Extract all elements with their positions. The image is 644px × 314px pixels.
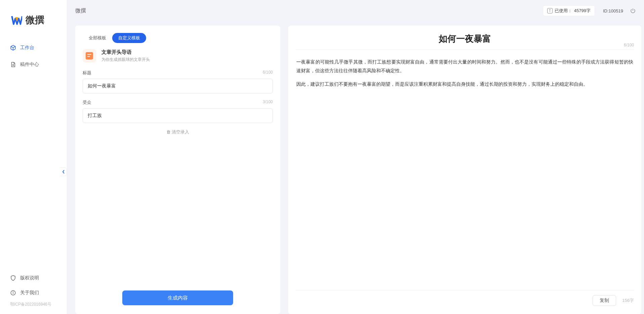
tab-row: 全部模板 自定义模板 (83, 33, 273, 43)
audience-input[interactable] (83, 108, 273, 123)
template-title: 文章开头导语 (101, 49, 150, 55)
template-header: 文章开头导语 为你生成抓眼球的文章开头 (83, 49, 273, 63)
copy-button[interactable]: 复制 (593, 295, 616, 306)
audience-char-count: 3/100 (263, 100, 273, 106)
power-icon[interactable] (630, 8, 636, 14)
field-title: 标题 6/100 (83, 70, 273, 93)
form-panel: 全部模板 自定义模板 文章开头导语 为你生成抓眼球的文章开头 标题 6/100 … (75, 26, 280, 314)
title-input[interactable] (83, 79, 273, 93)
document-icon (10, 62, 16, 68)
sidebar-bottom: 版权说明 关于我们 鄂ICP备2022016946号 (0, 271, 67, 314)
result-title: 如何一夜暴富 (296, 33, 634, 45)
field-audience: 受众 3/100 (83, 100, 273, 123)
result-char-count: 156字 (622, 298, 634, 304)
template-icon (83, 49, 96, 63)
usage-badge[interactable]: T 已使用： 45799字 (543, 5, 595, 16)
logo-icon (11, 14, 22, 26)
nav-label: 稿件中心 (20, 62, 39, 68)
result-body: 一夜暴富的可能性几乎微乎其微，而打工族想要实现财富自由，通常需要付出大量的时间和… (296, 54, 634, 290)
cube-icon (10, 45, 16, 51)
sidebar-collapse-button[interactable] (60, 167, 67, 176)
title-char-count: 6/100 (263, 70, 273, 76)
result-footer: 复制 156字 (296, 290, 634, 306)
result-paragraph: 一夜暴富的可能性几乎微乎其微，而打工族想要实现财富自由，通常需要付出大量的时间和… (296, 58, 633, 75)
usage-value: 45799字 (574, 8, 591, 14)
trash-icon: 🗑 (166, 129, 171, 134)
tab-custom-templates[interactable]: 自定义模板 (112, 33, 146, 43)
nav-item-drafts[interactable]: 稿件中心 (4, 57, 63, 72)
sidebar-item-label: 关于我们 (20, 290, 39, 296)
chevron-left-icon (62, 170, 65, 174)
svg-point-1 (13, 291, 13, 292)
nav-list: 工作台 稿件中心 (0, 40, 67, 271)
usage-label: 已使用： (555, 8, 572, 14)
sidebar: 微撰 工作台 稿件中心 版权说明 关于我们 (0, 0, 67, 314)
shield-icon (10, 275, 16, 281)
sidebar-item-label: 版权说明 (20, 275, 39, 281)
audience-label: 受众 (83, 100, 91, 106)
page-title: 微撰 (75, 7, 86, 14)
nav-item-workbench[interactable]: 工作台 (4, 40, 63, 55)
nav-label: 工作台 (20, 45, 34, 51)
text-icon: T (547, 8, 553, 13)
result-panel: 如何一夜暴富 6/100 一夜暴富的可能性几乎微乎其微，而打工族想要实现财富自由… (288, 26, 641, 314)
logo: 微撰 (0, 0, 67, 40)
result-title-bar: 如何一夜暴富 6/100 (296, 33, 634, 50)
app-name: 微撰 (26, 14, 44, 27)
clear-button[interactable]: 🗑 清空录入 (83, 129, 273, 135)
template-desc: 为你生成抓眼球的文章开头 (101, 57, 150, 63)
info-icon (10, 290, 16, 296)
title-label: 标题 (83, 70, 91, 76)
result-title-count: 6/100 (624, 43, 634, 47)
icp-text: 鄂ICP备2022016946号 (4, 300, 63, 307)
sidebar-item-copyright[interactable]: 版权说明 (4, 271, 63, 285)
main: 全部模板 自定义模板 文章开头导语 为你生成抓眼球的文章开头 标题 6/100 … (75, 26, 641, 314)
generate-button[interactable]: 生成内容 (122, 290, 233, 305)
sidebar-item-about[interactable]: 关于我们 (4, 285, 63, 300)
topbar: 微撰 T 已使用： 45799字 ID:100519 (67, 0, 644, 22)
tab-all-templates[interactable]: 全部模板 (83, 33, 112, 43)
user-id: ID:100519 (603, 8, 623, 13)
result-paragraph: 因此，建议打工族们不要抱有一夜暴富的期望，而是应该注重积累财富和提高自身技能，通… (296, 80, 633, 89)
